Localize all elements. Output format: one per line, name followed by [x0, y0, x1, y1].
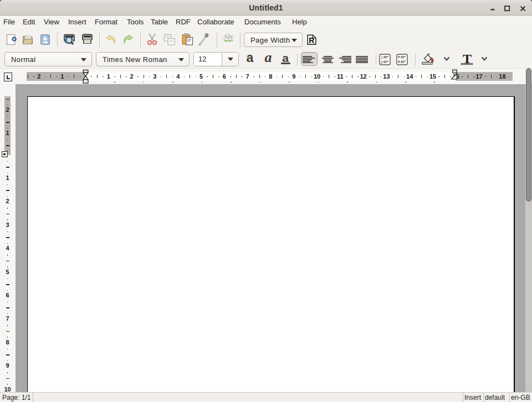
- svg-text:R: R: [309, 36, 314, 45]
- svg-text:2: 2: [381, 60, 383, 64]
- svg-text:1: 1: [381, 55, 383, 59]
- svg-text:Abc: Abc: [223, 33, 234, 40]
